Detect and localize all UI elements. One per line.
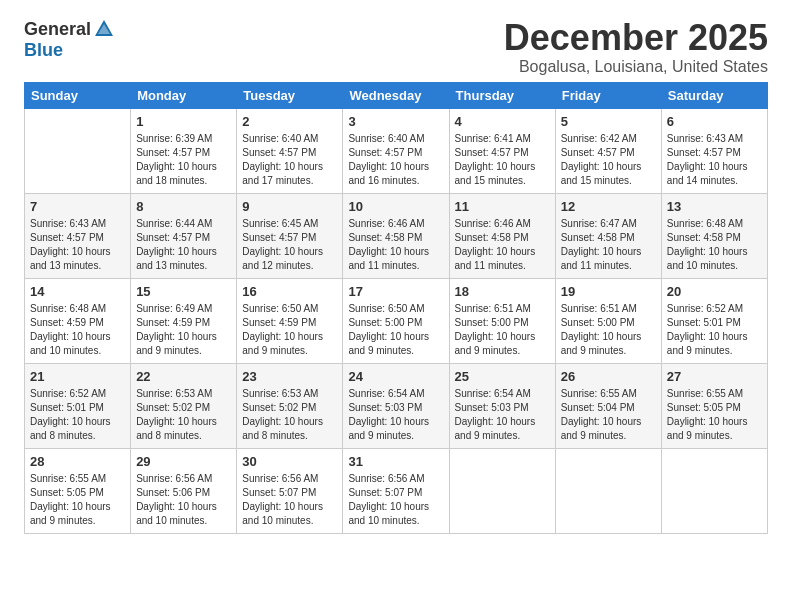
day-number: 19 bbox=[561, 283, 656, 301]
day-info: Sunrise: 6:51 AM Sunset: 5:00 PM Dayligh… bbox=[561, 302, 656, 358]
day-number: 10 bbox=[348, 198, 443, 216]
header-row: SundayMondayTuesdayWednesdayThursdayFrid… bbox=[25, 82, 768, 108]
day-cell: 13Sunrise: 6:48 AM Sunset: 4:58 PM Dayli… bbox=[661, 193, 767, 278]
month-title: December 2025 bbox=[504, 18, 768, 58]
day-number: 18 bbox=[455, 283, 550, 301]
day-cell: 31Sunrise: 6:56 AM Sunset: 5:07 PM Dayli… bbox=[343, 448, 449, 533]
day-cell: 7Sunrise: 6:43 AM Sunset: 4:57 PM Daylig… bbox=[25, 193, 131, 278]
logo-general-text: General bbox=[24, 19, 91, 40]
day-cell: 6Sunrise: 6:43 AM Sunset: 4:57 PM Daylig… bbox=[661, 108, 767, 193]
header-cell-sunday: Sunday bbox=[25, 82, 131, 108]
day-number: 30 bbox=[242, 453, 337, 471]
title-area: December 2025 Bogalusa, Louisiana, Unite… bbox=[504, 18, 768, 76]
day-cell: 19Sunrise: 6:51 AM Sunset: 5:00 PM Dayli… bbox=[555, 278, 661, 363]
day-number: 24 bbox=[348, 368, 443, 386]
day-cell: 25Sunrise: 6:54 AM Sunset: 5:03 PM Dayli… bbox=[449, 363, 555, 448]
header-cell-monday: Monday bbox=[131, 82, 237, 108]
header-cell-tuesday: Tuesday bbox=[237, 82, 343, 108]
day-info: Sunrise: 6:55 AM Sunset: 5:05 PM Dayligh… bbox=[667, 387, 762, 443]
day-cell: 12Sunrise: 6:47 AM Sunset: 4:58 PM Dayli… bbox=[555, 193, 661, 278]
week-row-0: 1Sunrise: 6:39 AM Sunset: 4:57 PM Daylig… bbox=[25, 108, 768, 193]
day-cell: 18Sunrise: 6:51 AM Sunset: 5:00 PM Dayli… bbox=[449, 278, 555, 363]
day-info: Sunrise: 6:54 AM Sunset: 5:03 PM Dayligh… bbox=[348, 387, 443, 443]
day-number: 20 bbox=[667, 283, 762, 301]
day-number: 21 bbox=[30, 368, 125, 386]
day-number: 6 bbox=[667, 113, 762, 131]
day-cell: 10Sunrise: 6:46 AM Sunset: 4:58 PM Dayli… bbox=[343, 193, 449, 278]
day-info: Sunrise: 6:52 AM Sunset: 5:01 PM Dayligh… bbox=[30, 387, 125, 443]
day-cell: 2Sunrise: 6:40 AM Sunset: 4:57 PM Daylig… bbox=[237, 108, 343, 193]
day-info: Sunrise: 6:53 AM Sunset: 5:02 PM Dayligh… bbox=[242, 387, 337, 443]
header-cell-wednesday: Wednesday bbox=[343, 82, 449, 108]
day-number: 1 bbox=[136, 113, 231, 131]
day-number: 14 bbox=[30, 283, 125, 301]
day-number: 11 bbox=[455, 198, 550, 216]
day-info: Sunrise: 6:55 AM Sunset: 5:04 PM Dayligh… bbox=[561, 387, 656, 443]
day-info: Sunrise: 6:42 AM Sunset: 4:57 PM Dayligh… bbox=[561, 132, 656, 188]
day-number: 13 bbox=[667, 198, 762, 216]
day-cell: 20Sunrise: 6:52 AM Sunset: 5:01 PM Dayli… bbox=[661, 278, 767, 363]
day-info: Sunrise: 6:40 AM Sunset: 4:57 PM Dayligh… bbox=[242, 132, 337, 188]
day-number: 7 bbox=[30, 198, 125, 216]
day-number: 17 bbox=[348, 283, 443, 301]
day-info: Sunrise: 6:46 AM Sunset: 4:58 PM Dayligh… bbox=[455, 217, 550, 273]
day-cell: 17Sunrise: 6:50 AM Sunset: 5:00 PM Dayli… bbox=[343, 278, 449, 363]
day-number: 2 bbox=[242, 113, 337, 131]
day-info: Sunrise: 6:51 AM Sunset: 5:00 PM Dayligh… bbox=[455, 302, 550, 358]
week-row-3: 21Sunrise: 6:52 AM Sunset: 5:01 PM Dayli… bbox=[25, 363, 768, 448]
day-info: Sunrise: 6:43 AM Sunset: 4:57 PM Dayligh… bbox=[30, 217, 125, 273]
day-cell: 30Sunrise: 6:56 AM Sunset: 5:07 PM Dayli… bbox=[237, 448, 343, 533]
week-row-1: 7Sunrise: 6:43 AM Sunset: 4:57 PM Daylig… bbox=[25, 193, 768, 278]
day-info: Sunrise: 6:44 AM Sunset: 4:57 PM Dayligh… bbox=[136, 217, 231, 273]
day-cell: 15Sunrise: 6:49 AM Sunset: 4:59 PM Dayli… bbox=[131, 278, 237, 363]
day-cell: 11Sunrise: 6:46 AM Sunset: 4:58 PM Dayli… bbox=[449, 193, 555, 278]
day-info: Sunrise: 6:52 AM Sunset: 5:01 PM Dayligh… bbox=[667, 302, 762, 358]
day-number: 5 bbox=[561, 113, 656, 131]
day-cell: 14Sunrise: 6:48 AM Sunset: 4:59 PM Dayli… bbox=[25, 278, 131, 363]
logo: General Blue bbox=[24, 18, 115, 61]
day-number: 15 bbox=[136, 283, 231, 301]
day-cell: 9Sunrise: 6:45 AM Sunset: 4:57 PM Daylig… bbox=[237, 193, 343, 278]
day-number: 4 bbox=[455, 113, 550, 131]
day-number: 26 bbox=[561, 368, 656, 386]
day-info: Sunrise: 6:56 AM Sunset: 5:06 PM Dayligh… bbox=[136, 472, 231, 528]
day-number: 29 bbox=[136, 453, 231, 471]
day-number: 12 bbox=[561, 198, 656, 216]
header-cell-thursday: Thursday bbox=[449, 82, 555, 108]
header-cell-saturday: Saturday bbox=[661, 82, 767, 108]
header: General Blue December 2025 Bogalusa, Lou… bbox=[24, 18, 768, 76]
logo-blue-text: Blue bbox=[24, 40, 63, 61]
day-info: Sunrise: 6:41 AM Sunset: 4:57 PM Dayligh… bbox=[455, 132, 550, 188]
day-info: Sunrise: 6:45 AM Sunset: 4:57 PM Dayligh… bbox=[242, 217, 337, 273]
day-info: Sunrise: 6:55 AM Sunset: 5:05 PM Dayligh… bbox=[30, 472, 125, 528]
day-cell: 29Sunrise: 6:56 AM Sunset: 5:06 PM Dayli… bbox=[131, 448, 237, 533]
day-info: Sunrise: 6:50 AM Sunset: 4:59 PM Dayligh… bbox=[242, 302, 337, 358]
day-cell bbox=[25, 108, 131, 193]
day-info: Sunrise: 6:56 AM Sunset: 5:07 PM Dayligh… bbox=[348, 472, 443, 528]
day-cell: 22Sunrise: 6:53 AM Sunset: 5:02 PM Dayli… bbox=[131, 363, 237, 448]
logo-icon bbox=[93, 18, 115, 40]
day-number: 8 bbox=[136, 198, 231, 216]
day-info: Sunrise: 6:53 AM Sunset: 5:02 PM Dayligh… bbox=[136, 387, 231, 443]
day-info: Sunrise: 6:48 AM Sunset: 4:58 PM Dayligh… bbox=[667, 217, 762, 273]
day-cell: 21Sunrise: 6:52 AM Sunset: 5:01 PM Dayli… bbox=[25, 363, 131, 448]
location-title: Bogalusa, Louisiana, United States bbox=[504, 58, 768, 76]
day-number: 23 bbox=[242, 368, 337, 386]
day-cell bbox=[449, 448, 555, 533]
week-row-4: 28Sunrise: 6:55 AM Sunset: 5:05 PM Dayli… bbox=[25, 448, 768, 533]
day-number: 27 bbox=[667, 368, 762, 386]
calendar-header: SundayMondayTuesdayWednesdayThursdayFrid… bbox=[25, 82, 768, 108]
day-cell bbox=[661, 448, 767, 533]
day-cell: 26Sunrise: 6:55 AM Sunset: 5:04 PM Dayli… bbox=[555, 363, 661, 448]
day-info: Sunrise: 6:47 AM Sunset: 4:58 PM Dayligh… bbox=[561, 217, 656, 273]
day-info: Sunrise: 6:50 AM Sunset: 5:00 PM Dayligh… bbox=[348, 302, 443, 358]
day-info: Sunrise: 6:39 AM Sunset: 4:57 PM Dayligh… bbox=[136, 132, 231, 188]
page: General Blue December 2025 Bogalusa, Lou… bbox=[0, 0, 792, 546]
day-number: 31 bbox=[348, 453, 443, 471]
day-info: Sunrise: 6:49 AM Sunset: 4:59 PM Dayligh… bbox=[136, 302, 231, 358]
calendar-body: 1Sunrise: 6:39 AM Sunset: 4:57 PM Daylig… bbox=[25, 108, 768, 533]
day-cell: 3Sunrise: 6:40 AM Sunset: 4:57 PM Daylig… bbox=[343, 108, 449, 193]
calendar-table: SundayMondayTuesdayWednesdayThursdayFrid… bbox=[24, 82, 768, 534]
day-number: 16 bbox=[242, 283, 337, 301]
day-cell: 23Sunrise: 6:53 AM Sunset: 5:02 PM Dayli… bbox=[237, 363, 343, 448]
